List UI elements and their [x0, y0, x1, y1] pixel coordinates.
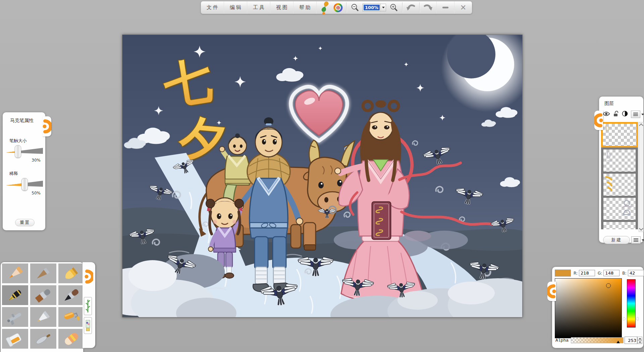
- close-button[interactable]: ✕: [454, 1, 472, 14]
- brush-size-label: 笔触大小: [9, 138, 27, 144]
- zoom-in-icon: [389, 3, 398, 12]
- blue-label: B:: [622, 271, 626, 276]
- layer-visibility-button[interactable]: [602, 111, 610, 118]
- close-icon: ✕: [460, 4, 466, 11]
- alpha-label: Alpha: [555, 338, 569, 343]
- layer-blend-button[interactable]: [622, 111, 628, 118]
- menu-edit[interactable]: 编辑: [224, 1, 247, 14]
- brush-tool-palette-knife[interactable]: [30, 329, 56, 349]
- marker-panel-title: 马克笔属性: [10, 118, 34, 124]
- brush-tool-colored-pencil[interactable]: [2, 263, 28, 283]
- zoom-in-button[interactable]: [388, 3, 399, 13]
- alpha-step-down[interactable]: [637, 340, 642, 344]
- brush-tool-eraser[interactable]: [58, 329, 85, 349]
- reset-button[interactable]: 重置: [15, 219, 35, 226]
- layer-list-menu-button[interactable]: [631, 236, 644, 244]
- brush-size-slider-handle[interactable]: [15, 145, 21, 158]
- rainbow-ring-icon: [333, 2, 343, 13]
- brush-tool-marker[interactable]: [58, 263, 85, 283]
- logo-group: [317, 1, 346, 14]
- red-input[interactable]: [579, 270, 595, 276]
- layer-thumbnail-gold-marks: [604, 175, 615, 192]
- brush-tool-paint-jar[interactable]: [2, 329, 28, 349]
- zoom-level-dropdown[interactable]: [380, 4, 386, 11]
- plant-material-tab[interactable]: [84, 297, 92, 315]
- layer-thumbnail-figure-sketch: [619, 199, 636, 218]
- green-input[interactable]: [603, 270, 620, 276]
- layer-lock-button[interactable]: [613, 111, 619, 118]
- layers-panel: 图层: [599, 97, 643, 243]
- zoom-out-button[interactable]: [349, 3, 361, 13]
- brush-size-value: 30%: [32, 158, 41, 163]
- brush-size-slider[interactable]: [5, 147, 43, 156]
- rainbow-pinwheel-icon: [319, 1, 331, 15]
- drawing-canvas[interactable]: 七 七 夕 夕: [122, 35, 523, 317]
- orange-grip-icon: [85, 267, 93, 286]
- alpha-input[interactable]: [625, 337, 637, 344]
- artwork-qixi-illustration: 七 七 夕 夕: [122, 35, 522, 317]
- layer-row[interactable]: [601, 220, 638, 229]
- brush-tool-paint-cone[interactable]: [30, 307, 56, 327]
- sticker-image-icon: [86, 319, 90, 332]
- layer-row[interactable]: [601, 148, 638, 172]
- alpha-slider[interactable]: [571, 337, 624, 343]
- layer-row[interactable]: [601, 172, 638, 196]
- layer-list: [601, 122, 638, 229]
- up-arrow-icon: [639, 338, 641, 339]
- brush-palette-collapse-handle[interactable]: [85, 267, 93, 286]
- redo-button[interactable]: [422, 3, 434, 13]
- title-char-qi: 七: [159, 52, 216, 114]
- layer-row[interactable]: [601, 196, 638, 220]
- blue-input[interactable]: [628, 270, 644, 276]
- sv-cursor[interactable]: [606, 283, 611, 288]
- brush-tool-fountain-pen[interactable]: [2, 285, 28, 305]
- sticker-material-tab[interactable]: [84, 317, 92, 334]
- brush-tool-airbrush[interactable]: [2, 307, 28, 327]
- minimize-button[interactable]: [436, 1, 454, 14]
- green-label: G:: [598, 271, 602, 276]
- layer-thumbnail-strokes: [604, 150, 614, 164]
- eye-icon: [602, 111, 610, 116]
- undo-button[interactable]: [405, 3, 417, 13]
- dilution-label: 稀释: [9, 171, 18, 177]
- contrast-half-circle-icon: [622, 111, 628, 117]
- down-arrow-icon: [639, 342, 641, 343]
- hue-slider[interactable]: [627, 279, 636, 328]
- alpha-cursor[interactable]: [616, 341, 620, 343]
- layer-thumbnail-strokes: [603, 124, 613, 134]
- chevron-down-icon: [382, 7, 385, 8]
- layer-row-selected[interactable]: [601, 122, 638, 148]
- chevron-down-icon: [641, 114, 644, 115]
- layers-panel-collapse-handle[interactable]: [594, 111, 603, 130]
- brush-tool-flat-brush[interactable]: [30, 285, 56, 305]
- dilution-slider-handle[interactable]: [21, 178, 28, 191]
- layers-panel-title: 图层: [604, 101, 614, 107]
- brush-palette-side-strip: [83, 262, 95, 348]
- menu-tools[interactable]: 工具: [247, 1, 270, 14]
- layer-list-scrollbar[interactable]: [639, 122, 644, 232]
- orange-grip-icon: [547, 282, 556, 301]
- current-color-swatch: [555, 270, 571, 277]
- brush-tool-ink-brush[interactable]: [58, 285, 85, 305]
- scroll-down-icon: [639, 226, 643, 231]
- zoom-group: 100%: [346, 1, 402, 14]
- marker-panel-collapse-handle[interactable]: [43, 116, 51, 136]
- saturation-value-field[interactable]: [555, 278, 622, 338]
- color-panel-collapse-handle[interactable]: [547, 282, 556, 301]
- zoom-out-icon: [351, 3, 359, 12]
- new-layer-button[interactable]: 新建: [603, 236, 630, 244]
- zoom-level-field[interactable]: 100%: [363, 4, 381, 11]
- undo-icon: [406, 3, 416, 12]
- scroll-up-icon: [639, 123, 643, 128]
- top-toolbar: 文件 编辑 工具 视图 帮助: [201, 1, 472, 14]
- menu-file[interactable]: 文件: [201, 1, 224, 14]
- marker-properties-panel: 马克笔属性 笔触大小 30% 稀释 50% 重置: [3, 112, 45, 230]
- dilution-slider[interactable]: [5, 180, 43, 189]
- brush-tool-pastel-stick[interactable]: [30, 263, 56, 283]
- menu-help[interactable]: 帮助: [293, 1, 317, 14]
- menu-view[interactable]: 视图: [270, 1, 293, 14]
- layer-menu-button[interactable]: [631, 111, 644, 118]
- alpha-step-up[interactable]: [637, 337, 642, 340]
- minimize-icon: [442, 7, 448, 8]
- brush-tool-paint-roller[interactable]: [58, 307, 85, 327]
